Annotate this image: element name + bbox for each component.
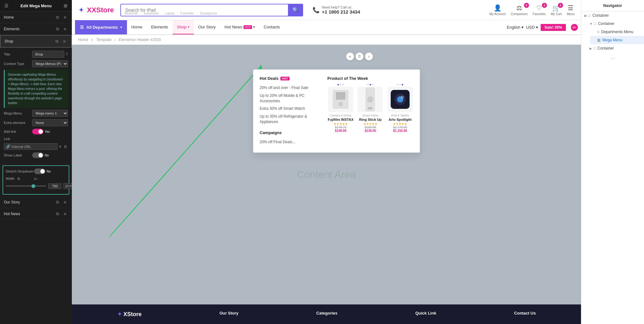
extra-element-select[interactable]: None — [32, 119, 68, 126]
item-label: Shop — [4, 39, 54, 44]
all-dept-label: All Departments — [86, 25, 118, 30]
copy-btn[interactable]: ⧉ — [55, 211, 60, 217]
nav-item-shop[interactable]: Shop ▾ — [173, 20, 194, 34]
product-name-2: Arlo Spotlight — [387, 118, 413, 121]
nav-item-home[interactable]: Home — [127, 20, 147, 34]
product-name-1: Ring Stick Up — [357, 118, 383, 121]
copy-btn[interactable]: ⧉ — [55, 14, 60, 21]
tree-item-mega-menu[interactable]: ▶ ▦ Mega Menu — [590, 36, 644, 44]
item-actions: ⧉ ✕ — [55, 199, 68, 205]
tree-item-container-2[interactable]: ▶ □ Container — [586, 44, 644, 52]
delete-btn[interactable]: ✕ — [61, 38, 67, 44]
link-setting: Link — [4, 137, 68, 141]
show-label-value: No — [45, 154, 49, 157]
mm-campaigns-title: Campaigns — [260, 130, 321, 135]
delete-btn[interactable]: ✕ — [62, 14, 68, 21]
move-element-button[interactable]: ⠿ — [355, 52, 364, 61]
mega-menu-select[interactable]: Mega menu 1 — [32, 110, 68, 117]
link-type-label: Internal URL — [12, 145, 55, 149]
nav-item-contacts[interactable]: Contacts — [259, 20, 284, 34]
unit-select[interactable]: px ▾ — [63, 183, 72, 189]
all-departments-button[interactable]: ☰ All Departments ▾ — [75, 20, 127, 34]
mm-campaigns-link[interactable]: 20% off Final Deals... — [260, 138, 321, 146]
top-bar: ✦ XXStore 🔍 Bluetooth Earphones Laptop C… — [72, 0, 581, 20]
title-input[interactable] — [32, 51, 64, 58]
grid-icon[interactable]: ⊞ — [64, 3, 67, 8]
breadcrumb-home[interactable]: Home — [78, 38, 88, 42]
sub-link-controller[interactable]: Controller — [181, 12, 198, 15]
more-options[interactable]: ··· — [581, 52, 644, 64]
my-account-action[interactable]: 👤 My Account — [489, 4, 506, 16]
nav-item-hot-news[interactable]: Hot News HOT ▾ — [220, 20, 259, 34]
search-bar: 🔍 Bluetooth Earphones Laptop Controller … — [120, 4, 303, 16]
copy-btn[interactable]: ⧉ — [54, 38, 60, 44]
item-actions: ⧉ ✕ — [55, 26, 68, 32]
footer-col-title-0: Our Story — [220, 311, 239, 315]
close-element-button[interactable]: × — [365, 52, 373, 61]
mm-link-2[interactable]: Extra 30% off Smart Watch — [260, 105, 321, 113]
edit-button[interactable]: ✏ — [571, 24, 578, 31]
add-element-button[interactable]: + — [346, 52, 354, 61]
mm-product-1[interactable]: Smart Home Ring Stick Up ★★★★★ $159.99 $… — [357, 84, 383, 133]
mm-hot-deals-title: Hot Deals HOT — [260, 76, 321, 81]
nav-item-our-story[interactable]: Our Story — [194, 20, 220, 34]
currency-selector[interactable]: USD ▾ — [526, 25, 538, 30]
product-image-2 — [388, 87, 413, 112]
cart-badge: 3 — [558, 3, 563, 8]
stretch-dropdown-setting: Stretch Dropdown No — [6, 168, 66, 174]
mm-products: Camera & Drone Fujifilm INSTAX ★★★★★ $14… — [327, 84, 413, 133]
comparison-action[interactable]: ⚖ 0 Comparison — [511, 4, 528, 16]
show-label-label: Show Label — [4, 153, 32, 157]
tree-item-container-0[interactable]: ▶ □ Container — [581, 11, 644, 20]
width-input-wrap: px — [34, 177, 39, 180]
mm-link-3[interactable]: Up to 35% off Refrigerator & Appliances — [260, 113, 321, 126]
show-label-setting: Show Label No — [4, 152, 68, 158]
product-old-price-0: $149.70 — [327, 126, 354, 129]
search-button[interactable]: 🔍 — [288, 4, 303, 16]
sub-link-smartphone[interactable]: Smartphone — [200, 12, 220, 15]
sub-link-laptop[interactable]: Laptop — [165, 12, 178, 15]
menu-action[interactable]: ☰ Menu — [567, 4, 575, 16]
show-label-toggle[interactable] — [32, 152, 43, 158]
width-number-input[interactable] — [48, 183, 61, 189]
delete-btn[interactable]: ✕ — [62, 211, 68, 217]
copy-btn[interactable]: ⧉ — [55, 199, 60, 205]
link-icon: 🔗 — [6, 144, 10, 149]
phone-icon: 📞 — [313, 7, 319, 14]
cart-action[interactable]: 🛒 3 My Cart — [551, 4, 562, 16]
add-link-toggle[interactable] — [32, 129, 43, 134]
favorites-action[interactable]: ♡ 2 Favorites — [533, 4, 546, 16]
link-settings-btn[interactable]: ⚙ — [63, 144, 68, 149]
delete-btn[interactable]: ✕ — [62, 26, 68, 32]
item-label: Hot News — [4, 212, 55, 216]
menu-icon: ☰ — [568, 4, 573, 12]
product-stars-1: ★★★★★ — [357, 122, 383, 126]
breadcrumb-template[interactable]: Template — [96, 38, 112, 42]
footer-col-title-2: Quick Link — [415, 311, 436, 315]
mm-product-0[interactable]: Camera & Drone Fujifilm INSTAX ★★★★★ $14… — [327, 84, 354, 133]
sub-link-earphones[interactable]: Earphones — [144, 12, 162, 15]
mm-col-left: Hot Deals HOT 20% off and over - Final S… — [260, 76, 321, 146]
link-clear-btn[interactable]: ✕ — [58, 144, 63, 149]
sub-link-bluetooth[interactable]: Bluetooth — [125, 12, 141, 15]
mm-link-0[interactable]: 20% off and over - Final Sale — [260, 84, 321, 92]
lang-selector[interactable]: English ▾ — [507, 25, 524, 30]
stretch-dropdown-toggle[interactable] — [34, 168, 45, 174]
content-area-label: Content Area — [297, 169, 356, 180]
tree-item-container-1[interactable]: ▼ □ Container — [586, 20, 644, 28]
mm-product-2[interactable]: iPad & Tablets Arlo Spotlight ★★★★★ $2,7… — [387, 84, 413, 133]
hot-badge: HOT — [244, 25, 252, 29]
width-slider[interactable] — [6, 186, 46, 186]
content-type-select[interactable]: Mega Menus (Pre — [32, 60, 68, 67]
main-area: ✦ XXStore 🔍 Bluetooth Earphones Laptop C… — [72, 0, 581, 324]
mm-link-1[interactable]: Up to 20% off Mobile & PC Accessories — [260, 92, 321, 105]
mm-columns: Hot Deals HOT 20% off and over - Final S… — [260, 76, 413, 146]
product-image-0 — [328, 87, 353, 112]
delete-btn[interactable]: ✕ — [62, 199, 68, 205]
nav-item-elements[interactable]: Elements — [147, 20, 172, 34]
tree-item-departments-menu[interactable]: ▶ ≡ Departments Menu — [590, 28, 644, 36]
copy-btn[interactable]: ⧉ — [55, 26, 60, 32]
width-setting: Width 🖥 px — [6, 177, 66, 180]
footer-logo: ✦ XStore — [117, 311, 142, 318]
hamburger-icon[interactable]: ☰ — [4, 3, 9, 8]
